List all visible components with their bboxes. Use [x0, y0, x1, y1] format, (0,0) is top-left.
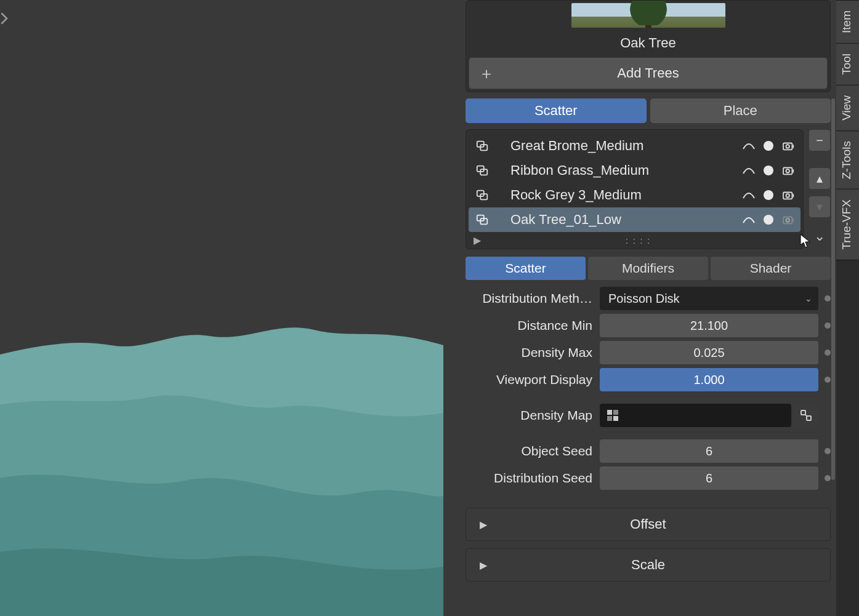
anim-indicator[interactable]	[825, 350, 831, 356]
sub-tabs: Scatter Modifiers Shader	[466, 257, 831, 280]
anim-indicator[interactable]	[825, 448, 831, 454]
add-trees-button[interactable]: ＋ Add Trees	[469, 57, 828, 89]
camera-icon[interactable]	[782, 214, 796, 225]
prop-label: Distribution Seed	[466, 471, 595, 486]
list-footer: ▶ : : : :	[469, 232, 801, 246]
chevron-down-icon: ⌄	[805, 294, 812, 303]
offset-label: Offset	[501, 516, 830, 532]
layer-name: Oak Tree_01_Low	[498, 212, 735, 228]
asset-preview-box: Oak Tree ＋ Add Trees	[466, 0, 831, 92]
viewport-3d[interactable]	[0, 0, 460, 616]
visibility-toggle[interactable]	[764, 215, 773, 225]
svg-point-7	[786, 169, 789, 172]
scale-section-toggle[interactable]: ▶ Scale	[466, 548, 831, 582]
subtab-scatter[interactable]: Scatter	[466, 257, 586, 280]
layer-name: Rock Grey 3_Medium	[498, 187, 735, 203]
scatter-layer-list: Great Brome_Medium Ribbon Grass_Medium	[466, 129, 804, 249]
layer-name: Great Brome_Medium	[498, 138, 735, 154]
layer-name: Ribbon Grass_Medium	[498, 162, 735, 178]
triangle-right-icon: ▶	[466, 519, 501, 530]
distribution-method-select[interactable]: Poisson Disk ⌄	[600, 287, 818, 310]
curve-icon[interactable]	[743, 215, 755, 224]
density-map-picker-button[interactable]	[794, 404, 818, 427]
curve-icon[interactable]	[743, 142, 755, 150]
terrain-mesh	[0, 222, 443, 616]
anim-indicator[interactable]	[825, 322, 831, 329]
camera-icon[interactable]	[782, 165, 796, 176]
prop-density-max: Density Max 0.025	[466, 340, 831, 365]
prop-label: Density Max	[466, 345, 595, 360]
camera-icon[interactable]	[782, 190, 796, 201]
move-down-button[interactable]: ▾	[809, 196, 831, 218]
prop-label: Object Seed	[466, 444, 595, 458]
list-item[interactable]: Ribbon Grass_Medium	[469, 158, 801, 183]
svg-rect-14	[783, 217, 792, 224]
properties-panel: Oak Tree ＋ Add Trees Scatter Place Great…	[460, 0, 836, 616]
anim-indicator[interactable]	[825, 475, 831, 481]
subtab-modifiers[interactable]: Modifiers	[588, 257, 708, 280]
layer-icon	[474, 213, 491, 226]
curve-icon[interactable]	[743, 166, 755, 175]
list-item[interactable]: Great Brome_Medium	[469, 134, 801, 158]
svg-rect-18	[607, 416, 612, 421]
prop-viewport-display: Viewport Display 1.000	[466, 367, 831, 392]
layer-icon	[474, 188, 491, 202]
density-map-field[interactable]	[600, 404, 791, 427]
svg-rect-10	[783, 193, 792, 199]
move-up-button[interactable]: ▴	[809, 167, 831, 190]
asset-thumbnail[interactable]	[571, 3, 725, 28]
play-icon[interactable]: ▶	[474, 234, 481, 246]
triangle-right-icon: ▶	[466, 559, 501, 571]
svg-rect-20	[801, 410, 805, 415]
select-value: Poisson Disk	[608, 292, 680, 306]
sidetab-item[interactable]: Item	[836, 0, 859, 43]
anim-indicator[interactable]	[825, 295, 831, 302]
offset-section-toggle[interactable]: ▶ Offset	[466, 508, 831, 541]
prop-label: Viewport Display	[466, 372, 595, 387]
subtab-shader[interactable]: Shader	[711, 257, 831, 280]
svg-rect-17	[613, 410, 618, 415]
prop-label: Distribution Meth…	[466, 291, 595, 306]
sidetab-ztools[interactable]: Z-Tools	[836, 130, 859, 189]
layer-icon	[474, 139, 491, 153]
add-trees-label: Add Trees	[504, 65, 827, 81]
density-max-field[interactable]: 0.025	[600, 341, 818, 364]
sidetab-view[interactable]: View	[836, 85, 859, 130]
prop-distribution-method: Distribution Meth… Poisson Disk ⌄	[466, 286, 831, 311]
svg-point-15	[786, 218, 789, 222]
svg-point-3	[786, 145, 789, 148]
list-item[interactable]: Oak Tree_01_Low	[469, 207, 801, 232]
grip-icon[interactable]: : : : :	[481, 236, 796, 246]
mode-tabs: Scatter Place	[466, 98, 831, 123]
svg-rect-2	[783, 143, 792, 150]
scrollbar[interactable]	[831, 98, 835, 480]
scale-label: Scale	[501, 557, 830, 573]
visibility-toggle[interactable]	[764, 141, 773, 151]
list-side-buttons: − ▴ ▾ ⌄	[809, 129, 831, 249]
tab-place[interactable]: Place	[650, 98, 831, 123]
prop-label: Distance Min	[466, 318, 595, 333]
visibility-toggle[interactable]	[764, 166, 773, 175]
prop-object-seed: Object Seed 6	[466, 439, 831, 463]
object-seed-field[interactable]: 6	[600, 439, 818, 463]
list-menu-button[interactable]: ⌄	[809, 228, 831, 245]
sidetab-tool[interactable]: Tool	[836, 43, 859, 85]
prop-distance-min: Distance Min 21.100	[466, 313, 831, 338]
curve-icon[interactable]	[743, 191, 755, 199]
distribution-seed-field[interactable]: 6	[600, 466, 818, 490]
sidetab-truevfx[interactable]: True-VFX	[836, 189, 859, 260]
camera-icon[interactable]	[782, 140, 796, 151]
visibility-toggle[interactable]	[764, 190, 773, 200]
anim-indicator[interactable]	[825, 377, 831, 383]
svg-rect-19	[613, 416, 618, 421]
prop-distribution-seed: Distribution Seed 6	[466, 466, 831, 490]
distance-min-field[interactable]: 21.100	[600, 314, 818, 337]
svg-rect-16	[607, 410, 612, 415]
list-item[interactable]: Rock Grey 3_Medium	[469, 183, 801, 207]
viewport-display-field[interactable]: 1.000	[600, 368, 818, 391]
layer-icon	[474, 164, 491, 177]
link-icon	[799, 409, 813, 422]
remove-layer-button[interactable]: −	[809, 129, 831, 151]
asset-name-label: Oak Tree	[469, 31, 828, 57]
tab-scatter[interactable]: Scatter	[466, 98, 647, 123]
